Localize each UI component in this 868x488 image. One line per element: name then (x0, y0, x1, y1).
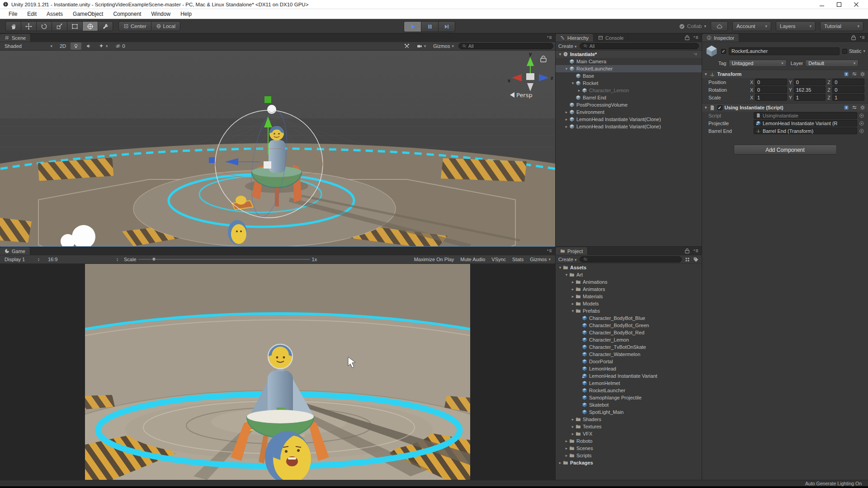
2d-toggle[interactable]: 2D (57, 42, 69, 50)
project-row[interactable]: LemonHead Instantiate Variant (556, 372, 702, 380)
expander-closed-icon[interactable]: ▸ (557, 460, 563, 465)
gizmos-dropdown[interactable]: Gizmos▾ (430, 42, 457, 50)
project-row[interactable]: ▾ Art (556, 271, 702, 278)
project-row[interactable]: ▸ Models (556, 300, 702, 307)
collab-button[interactable]: Collab ▾ (679, 23, 706, 29)
project-row[interactable]: LemonHead (556, 365, 702, 372)
rotation-z-field[interactable]: 0 (832, 86, 864, 93)
hierarchy-row[interactable]: Main Camera (556, 58, 702, 65)
game-maximize-on-play-button[interactable]: Maximize On Play (411, 256, 457, 263)
account-dropdown[interactable]: Account▾ (732, 21, 771, 31)
expander-open-icon[interactable]: ▾ (557, 265, 563, 270)
script-component-header[interactable]: ▾ Using Instantiate (Script) ? (702, 103, 868, 112)
expander-closed-icon[interactable]: ▸ (570, 294, 576, 299)
menu-assets[interactable]: Assets (42, 9, 68, 19)
layers-dropdown[interactable]: Layers▾ (776, 21, 816, 31)
pivot-mode-button[interactable]: Center (118, 21, 151, 31)
scene-viewport[interactable]: y x z Persp (0, 51, 555, 246)
panel-menu-icon[interactable] (693, 35, 698, 40)
lighting-status[interactable]: Auto Generate Lighting On (805, 481, 868, 486)
position-y-field[interactable]: 0 (794, 79, 826, 85)
project-row[interactable]: ▸ Scenes (556, 445, 702, 452)
expander-open-icon[interactable]: ▾ (564, 272, 569, 277)
static-checkbox[interactable] (842, 49, 847, 54)
hierarchy-row[interactable]: ▸ LemonHead Instantiate Variant(Clone) (556, 116, 702, 123)
project-row[interactable]: ▸ Scripts (556, 452, 702, 459)
transform-component-header[interactable]: ▾ Transform ? (702, 70, 868, 78)
game-gizmos-button[interactable]: Gizmos▾ (527, 256, 553, 263)
expander-closed-icon[interactable]: ▸ (564, 124, 569, 129)
search-by-type-icon[interactable] (684, 257, 690, 263)
hierarchy-row[interactable]: ▾ Rocket (556, 80, 702, 87)
scale-z-field[interactable]: 1 (832, 94, 864, 101)
hierarchy-row[interactable]: ▸ LemonHead Instantiate Variant(Clone) (556, 123, 702, 130)
rotation-y-field[interactable]: 162.35 (794, 86, 826, 93)
menu-component[interactable]: Component (108, 9, 146, 19)
scene-camera-dropdown[interactable]: ▾ (414, 42, 429, 50)
tab-hierarchy[interactable]: Hierarchy (556, 34, 594, 42)
project-row[interactable]: SpotLight_Main (556, 408, 702, 416)
lock-icon[interactable] (684, 35, 690, 40)
scale-y-field[interactable]: 1 (794, 94, 826, 101)
project-row[interactable]: ▸ Textures (556, 423, 702, 430)
help-icon[interactable]: ? (844, 71, 849, 77)
scene-search-input[interactable]: All (458, 43, 553, 49)
project-row[interactable]: ▾ Assets (556, 264, 702, 271)
active-checkbox[interactable] (721, 49, 726, 54)
pause-button[interactable] (421, 21, 438, 32)
tab-project[interactable]: Project (556, 247, 588, 255)
expander-closed-icon[interactable]: ▸ (570, 287, 576, 291)
project-row[interactable]: Character_Watermelon (556, 351, 702, 358)
transform-tool-button[interactable] (82, 21, 98, 31)
hierarchy-row[interactable]: PostProcessingVolume (556, 101, 702, 108)
tutorial-dropdown[interactable]: Tutorial▾ (820, 21, 863, 31)
lock-icon[interactable] (684, 248, 690, 253)
move-tool-button[interactable] (21, 21, 36, 31)
shading-mode-dropdown[interactable]: Shaded▾ (2, 42, 55, 50)
project-row[interactable]: ▸ Packages (556, 459, 702, 466)
scale-slider[interactable] (138, 259, 310, 260)
step-button[interactable] (438, 21, 455, 32)
project-row[interactable]: Samophlange Projectile (556, 394, 702, 401)
hand-tool-button[interactable] (5, 21, 21, 31)
panel-menu-icon[interactable] (547, 248, 552, 253)
aspect-dropdown[interactable]: 16:9 (45, 256, 122, 263)
minimize-icon[interactable] (819, 2, 825, 7)
tab-inspector[interactable]: Inspector (702, 34, 739, 42)
object-picker-icon[interactable] (859, 113, 864, 118)
game-vsync-button[interactable]: VSync (489, 256, 509, 263)
scene-tools-button[interactable] (401, 42, 412, 50)
expander-closed-icon[interactable]: ▸ (570, 301, 576, 306)
expander-open-icon[interactable]: ▾ (564, 66, 569, 71)
scene-visibility-toggle[interactable]: 0 (113, 42, 128, 50)
gear-icon[interactable] (860, 71, 865, 77)
project-row[interactable]: ▾ Prefabs (556, 307, 702, 314)
game-stats-button[interactable]: Stats (509, 256, 526, 263)
panel-menu-icon[interactable] (693, 248, 698, 253)
game-mute-audio-button[interactable]: Mute Audio (458, 256, 488, 263)
rotation-x-field[interactable]: 0 (755, 86, 787, 93)
presets-icon[interactable] (852, 71, 857, 77)
add-component-button[interactable]: Add Component (734, 145, 837, 155)
project-row[interactable]: Character_Lemon (556, 336, 702, 343)
project-search-input[interactable] (580, 256, 682, 263)
script-object-field[interactable]: UsingInstantiate (754, 112, 857, 119)
layer-dropdown[interactable]: Default▾ (805, 60, 859, 67)
project-row[interactable]: RocketLauncher (556, 387, 702, 394)
rotation-mode-button[interactable]: Local (151, 21, 181, 31)
panel-menu-icon[interactable] (859, 35, 865, 40)
menu-gameobject[interactable]: GameObject (68, 9, 108, 19)
project-row[interactable]: Skatebot (556, 401, 702, 408)
expander-closed-icon[interactable]: ▸ (570, 424, 576, 429)
project-row[interactable]: DoorPortal (556, 358, 702, 365)
hierarchy-row[interactable]: Barrel End (556, 94, 702, 101)
script-enabled-checkbox[interactable] (717, 105, 722, 110)
expander-closed-icon[interactable]: ▸ (564, 110, 569, 114)
projectile-object-field[interactable]: LemonHead Instantiate Variant (R (754, 120, 857, 127)
expander-closed-icon[interactable]: ▸ (564, 453, 569, 458)
project-row[interactable]: ▸ Roboto (556, 437, 702, 445)
presets-icon[interactable] (852, 105, 857, 110)
display-dropdown[interactable]: Display 1 (2, 256, 43, 263)
project-create-dropdown[interactable]: Create ▾ (558, 257, 577, 262)
hierarchy-search-input[interactable]: All (580, 43, 699, 49)
